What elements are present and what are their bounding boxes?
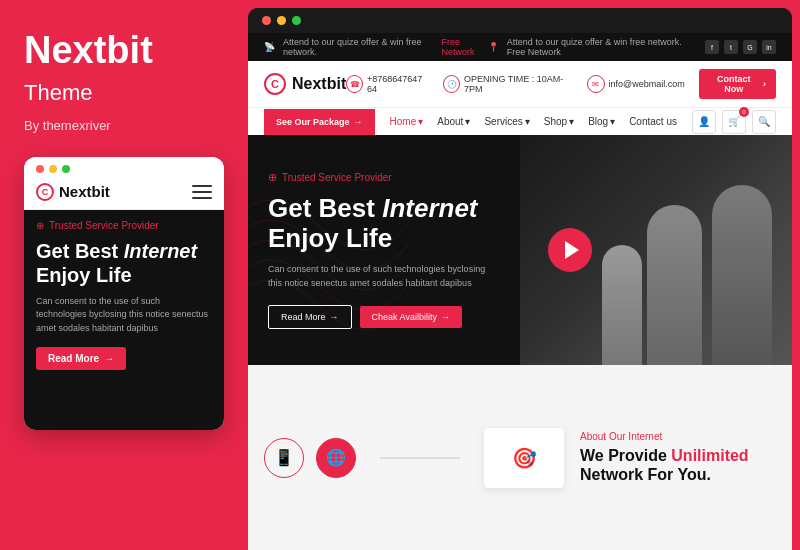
nav-home[interactable]: Home ▾ <box>390 116 424 127</box>
bottom-icons: 📱 🌐 <box>264 438 356 478</box>
announcement-link[interactable]: Free Network <box>441 37 487 57</box>
wifi-icon: ⊕ <box>268 171 277 184</box>
nav-blog[interactable]: Blog ▾ <box>588 116 615 127</box>
brand-subtitle: Theme <box>24 80 224 106</box>
person-figure-1 <box>712 185 772 365</box>
hamburger-icon[interactable] <box>192 185 212 199</box>
mobile-nav: Nextbit <box>24 177 224 210</box>
mobile-hero: ⊕ Trusted Service Provider Get Best Inte… <box>24 210 224 430</box>
browser-chrome <box>248 8 792 33</box>
mobile-hero-subtext: Can consent to the use of such technolog… <box>36 295 212 336</box>
nav-links: Home ▾ About ▾ Services ▾ Shop ▾ Blog ▾ … <box>390 108 677 135</box>
site-contact-info: ☎ +8768647647 64 🕐 OPENING TIME : 10AM-7… <box>346 69 776 99</box>
chevron-down-icon: ▾ <box>525 116 530 127</box>
dot-yellow <box>49 165 57 173</box>
right-panel: 📡 Attend to our quize offer & win free n… <box>248 8 792 550</box>
chevron-down-icon: ▾ <box>569 116 574 127</box>
person-figure-3 <box>602 245 642 365</box>
mobile-browser-dots <box>24 157 224 177</box>
mobile-logo: Nextbit <box>36 183 110 201</box>
mobile-logo-icon <box>36 183 54 201</box>
site-bottom: 📱 🌐 🎯 About Our Internet We Provide Unil… <box>248 365 792 550</box>
contact-now-button[interactable]: Contact Now › <box>699 69 776 99</box>
linkedin-icon[interactable]: in <box>762 40 776 54</box>
read-more-button[interactable]: Read More → <box>36 347 126 370</box>
facebook-icon[interactable]: f <box>705 40 719 54</box>
play-triangle-icon <box>565 241 579 259</box>
about-label: About Our Internet <box>580 431 776 442</box>
hero-read-more-button[interactable]: Read More → <box>268 305 352 329</box>
mobile-trusted-badge: ⊕ Trusted Service Provider <box>36 220 212 231</box>
browser-dot-red <box>262 16 271 25</box>
bottom-text: About Our Internet We Provide Unilimited… <box>580 431 776 484</box>
hero-title: Get Best Internet Enjoy Life <box>268 194 488 254</box>
site-header: Nextbit ☎ +8768647647 64 🕐 OPENING TIME … <box>248 61 792 107</box>
arrow-right-icon: → <box>330 312 339 322</box>
cart-icon-button[interactable]: 🛒 0 <box>722 110 746 134</box>
dot-green <box>62 165 70 173</box>
nav-icons: 👤 🛒 0 🔍 <box>692 110 776 134</box>
googleplus-icon[interactable]: G <box>743 40 757 54</box>
email-icon: ✉ <box>587 75 605 93</box>
bottom-heading: We Provide Unilimited Network For You. <box>580 446 776 484</box>
twitter-icon[interactable]: t <box>724 40 738 54</box>
divider <box>380 457 460 459</box>
hero-trusted-badge: ⊕ Trusted Service Provider <box>268 171 488 184</box>
clock-icon: 🕐 <box>443 75 460 93</box>
site-top-bar: 📡 Attend to our quize offer & win free n… <box>248 33 792 61</box>
browser-dot-yellow <box>277 16 286 25</box>
hero-buttons: Read More → Cheak Availbility → <box>268 305 488 329</box>
globe-bottom-icon: 🌐 <box>316 438 356 478</box>
brand-name: Nextbit <box>24 30 224 72</box>
search-icon-button[interactable]: 🔍 <box>752 110 776 134</box>
announcement-icon: 📡 <box>264 42 275 52</box>
phone-icon: ☎ <box>346 75 363 93</box>
site-navbar: See Our Package → Home ▾ About ▾ Service… <box>248 107 792 135</box>
person-figure-2 <box>647 205 702 365</box>
hero-description: Can consent to the use of such technolog… <box>268 262 488 291</box>
nav-about[interactable]: About ▾ <box>437 116 470 127</box>
arrow-icon: › <box>763 79 766 89</box>
dot-red <box>36 165 44 173</box>
nav-shop[interactable]: Shop ▾ <box>544 116 574 127</box>
target-icon: 🎯 <box>512 446 537 470</box>
chevron-down-icon: ▾ <box>465 116 470 127</box>
hours-contact: 🕐 OPENING TIME : 10AM-7PM <box>443 74 572 94</box>
arrow-right-icon: → <box>441 312 450 322</box>
arrow-right-icon: → <box>104 353 114 364</box>
nav-contact[interactable]: Contact us <box>629 116 677 127</box>
chevron-down-icon: ▾ <box>418 116 423 127</box>
target-card: 🎯 <box>484 428 564 488</box>
site-logo-icon <box>264 73 286 95</box>
phone-contact: ☎ +8768647647 64 <box>346 74 429 94</box>
email-contact: ✉ info@webmail.com <box>587 75 685 93</box>
user-icon-button[interactable]: 👤 <box>692 110 716 134</box>
phone-bottom-icon: 📱 <box>264 438 304 478</box>
nav-services[interactable]: Services ▾ <box>484 116 529 127</box>
hero-content: ⊕ Trusted Service Provider Get Best Inte… <box>248 151 508 349</box>
mobile-hero-heading: Get Best Internet Enjoy Life <box>36 239 212 287</box>
top-bar-left: 📡 Attend to our quize offer & win free n… <box>264 37 488 57</box>
site-logo: Nextbit <box>264 73 346 95</box>
mobile-preview-card: Nextbit ⊕ Trusted Service Provider Get B… <box>24 157 224 430</box>
left-panel: Nextbit Theme By themexriver Nextbit ⊕ <box>0 0 248 550</box>
browser-dot-green <box>292 16 301 25</box>
cart-badge: 0 <box>739 107 749 117</box>
check-availability-button[interactable]: Cheak Availbility → <box>360 306 462 328</box>
play-button[interactable] <box>548 228 592 272</box>
site-hero: ⊕ Trusted Service Provider Get Best Inte… <box>248 135 792 365</box>
wifi-icon: ⊕ <box>36 220 44 231</box>
arrow-right-icon: → <box>354 117 363 127</box>
see-package-button[interactable]: See Our Package → <box>264 109 375 135</box>
brand-by: By themexriver <box>24 118 224 133</box>
chevron-down-icon: ▾ <box>610 116 615 127</box>
social-icons: f t G in <box>705 40 776 54</box>
location-icon: 📍 <box>488 42 499 52</box>
top-bar-right: 📍 Attend to our quize offer & win free n… <box>488 37 776 57</box>
